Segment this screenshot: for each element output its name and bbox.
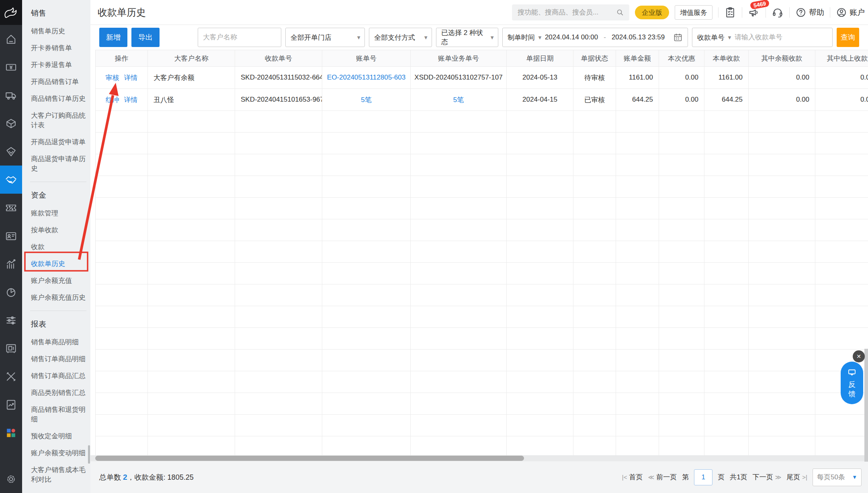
search-icon[interactable] bbox=[616, 8, 624, 17]
link-bill_no[interactable]: 5笔 bbox=[361, 95, 371, 104]
page-number-input[interactable] bbox=[694, 469, 712, 485]
sidebar-item-账户余额充值历史[interactable]: 账户余额充值历史 bbox=[31, 293, 86, 303]
feedback-close-icon[interactable]: ✕ bbox=[853, 350, 865, 362]
sidebar-item-账户余额充值[interactable]: 账户余额充值 bbox=[31, 276, 86, 286]
sidebar-item-收款[interactable]: 收款 bbox=[31, 242, 86, 252]
receipt-no-type-label[interactable]: 收款单号 bbox=[697, 33, 725, 42]
sidebar-item-开卡券退售单[interactable]: 开卡券退售单 bbox=[31, 60, 86, 70]
pie-icon[interactable] bbox=[0, 278, 22, 306]
query-button[interactable]: 查询 bbox=[837, 28, 859, 47]
last-page-label: 尾页 bbox=[786, 473, 800, 482]
sidebar-item-开商品销售订单[interactable]: 开商品销售订单 bbox=[31, 77, 86, 87]
global-search-input[interactable] bbox=[512, 8, 614, 16]
chart-icon[interactable] bbox=[0, 250, 22, 278]
empty-cell bbox=[322, 133, 411, 154]
sidebar-scrollbar-thumb[interactable] bbox=[88, 445, 90, 464]
store-select[interactable]: 全部开单门店 ▼ bbox=[285, 28, 365, 47]
empty-cell bbox=[815, 133, 868, 154]
date-to-value[interactable]: 2024.05.13 23:59 bbox=[612, 33, 665, 41]
prev-page-button[interactable]: ≪前一页 bbox=[648, 473, 677, 482]
empty-cell bbox=[235, 219, 322, 241]
app-logo[interactable] bbox=[0, 0, 22, 25]
empty-cell bbox=[411, 371, 507, 393]
date-type-label[interactable]: 制单时间 bbox=[508, 33, 535, 42]
package-icon[interactable] bbox=[0, 109, 22, 137]
empty-cell bbox=[96, 219, 148, 241]
horizontal-scrollbar-thumb[interactable] bbox=[95, 456, 524, 461]
link-bill_no[interactable]: EO-20240513112805-603 bbox=[327, 74, 405, 82]
summary-prefix: 总单数 bbox=[99, 473, 123, 481]
sidebar-item-收款单历史[interactable]: 收款单历史 bbox=[31, 259, 86, 269]
sliders-icon[interactable] bbox=[0, 306, 22, 334]
export-button[interactable]: 导出 bbox=[131, 28, 160, 47]
vertical-scrollbar-thumb[interactable] bbox=[864, 349, 868, 462]
date-range-control[interactable]: 制单时间 ▼ 2024.04.14 00:00 - 2024.05.13 23:… bbox=[502, 28, 688, 47]
gear-icon[interactable] bbox=[0, 465, 22, 493]
announcement-megaphone-icon[interactable]: 5469 bbox=[748, 6, 760, 18]
empty-cell bbox=[704, 284, 749, 306]
empty-cell bbox=[749, 176, 815, 198]
feedback-button[interactable]: 反馈 bbox=[841, 362, 863, 404]
sidebar-item-预收定金明细[interactable]: 预收定金明细 bbox=[31, 432, 86, 441]
page-size-select[interactable]: 每页50条 ▼ bbox=[813, 468, 862, 486]
sidebar-item-账款管理[interactable]: 账款管理 bbox=[31, 209, 86, 218]
apps-icon[interactable] bbox=[0, 419, 22, 447]
cash-icon[interactable] bbox=[0, 53, 22, 81]
sidebar-item-商品退货申请单历史[interactable]: 商品退货申请单历史 bbox=[31, 154, 86, 174]
support-headset-icon[interactable] bbox=[772, 6, 784, 18]
customer-name-input[interactable] bbox=[198, 28, 281, 47]
account-button[interactable]: 账户 bbox=[836, 7, 865, 18]
empty-cell bbox=[573, 328, 616, 350]
sidebar-item-开商品退货申请单[interactable]: 开商品退货申请单 bbox=[31, 137, 86, 147]
sidebar-item-商品销售和退货明细[interactable]: 商品销售和退货明细 bbox=[31, 405, 86, 424]
sidebar-item-销售订单商品汇总[interactable]: 销售订单商品汇总 bbox=[31, 371, 86, 381]
empty-cell bbox=[411, 219, 507, 241]
sidebar-item-商品销售订单历史[interactable]: 商品销售订单历史 bbox=[31, 94, 86, 104]
action-link-详情[interactable]: 详情 bbox=[124, 95, 138, 104]
cell-discount: 0.00 bbox=[659, 67, 704, 89]
add-button[interactable]: 新增 bbox=[99, 28, 127, 47]
last-page-button[interactable]: 尾页>| bbox=[786, 473, 807, 482]
clipboard-icon[interactable] bbox=[724, 6, 736, 18]
sidebar-item-商品类别销售汇总[interactable]: 商品类别销售汇总 bbox=[31, 388, 86, 398]
sidebar-item-按单收款[interactable]: 按单收款 bbox=[31, 225, 86, 235]
action-link-红冲[interactable]: 红冲 bbox=[106, 95, 119, 104]
value-added-services-button[interactable]: 增值服务 bbox=[675, 5, 712, 20]
empty-cell bbox=[235, 328, 322, 350]
coupon-icon[interactable] bbox=[0, 194, 22, 222]
idcard-icon[interactable] bbox=[0, 222, 22, 250]
action-link-详情[interactable]: 详情 bbox=[124, 73, 138, 82]
sidebar-item-大客户销售成本毛利对比[interactable]: 大客户销售成本毛利对比 bbox=[31, 465, 86, 485]
handshake-icon[interactable] bbox=[0, 166, 22, 194]
sidebar-item-销售订单商品明细[interactable]: 销售订单商品明细 bbox=[31, 354, 86, 364]
edition-badge[interactable]: 企业版 bbox=[635, 6, 669, 19]
table-row bbox=[96, 371, 868, 393]
next-page-button[interactable]: 下一页≫ bbox=[753, 473, 782, 482]
empty-cell bbox=[96, 198, 148, 219]
safe-icon[interactable] bbox=[0, 334, 22, 362]
sidebar-item-销售单商品明细[interactable]: 销售单商品明细 bbox=[31, 338, 86, 347]
action-link-审核[interactable]: 审核 bbox=[106, 73, 119, 82]
empty-cell bbox=[411, 306, 507, 328]
first-page-button[interactable]: |<首页 bbox=[622, 473, 643, 482]
empty-cell bbox=[815, 306, 868, 328]
payment-method-select[interactable]: 全部支付方式 ▼ bbox=[369, 28, 432, 47]
last-page-icon: >| bbox=[802, 474, 807, 481]
sidebar-item-账户余额变动明细[interactable]: 账户余额变动明细 bbox=[31, 448, 86, 458]
vip-icon[interactable] bbox=[0, 137, 22, 166]
receipt-no-input[interactable] bbox=[735, 33, 832, 41]
status-select[interactable]: 已选择 2 种状态 ▼ bbox=[436, 28, 498, 47]
sidebar-item-大客户订购商品统计表[interactable]: 大客户订购商品统计表 bbox=[31, 111, 86, 130]
empty-cell bbox=[322, 393, 411, 415]
calendar-icon[interactable] bbox=[673, 33, 683, 42]
date-from-value[interactable]: 2024.04.14 00:00 bbox=[545, 33, 598, 41]
truck-icon[interactable] bbox=[0, 81, 22, 109]
home-icon[interactable] bbox=[0, 25, 22, 53]
report-icon[interactable] bbox=[0, 391, 22, 419]
help-button[interactable]: 帮助 bbox=[795, 7, 824, 18]
link-biz_no[interactable]: 5笔 bbox=[453, 95, 464, 104]
sidebar-item-销售单历史[interactable]: 销售单历史 bbox=[31, 27, 86, 36]
tools-icon[interactable] bbox=[0, 362, 22, 391]
page-size-value: 每页50条 bbox=[817, 473, 845, 482]
sidebar-item-开卡券销售单[interactable]: 开卡券销售单 bbox=[31, 43, 86, 53]
